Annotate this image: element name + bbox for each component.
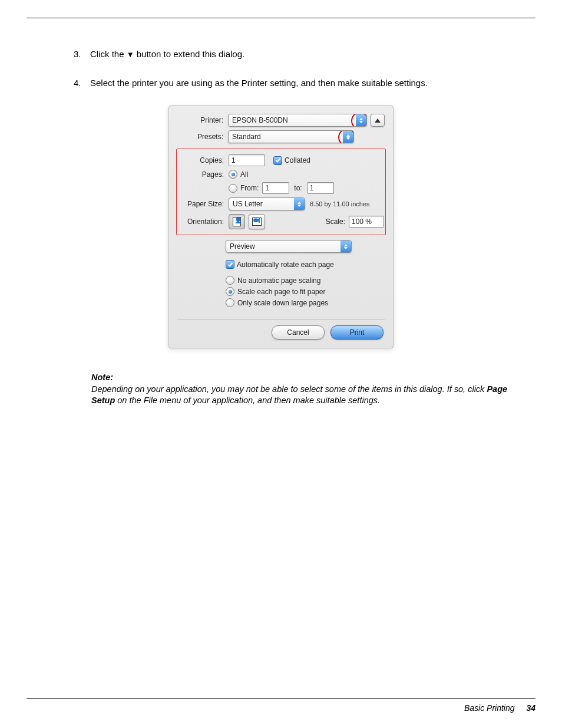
print-dialog: Printer: EPSON B-500DN Presets: Standard…	[168, 106, 394, 348]
scaling-down-label: Only scale down large pages	[237, 299, 328, 307]
step-number: 4.	[74, 77, 90, 89]
pages-all-label: All	[240, 170, 248, 179]
paper-dimensions: 8.50 by 11.00 inches	[310, 200, 370, 207]
pages-from-label: From:	[240, 184, 259, 192]
pages-to-input[interactable]: 1	[307, 182, 334, 194]
copies-label: Copies:	[178, 156, 229, 164]
autorotate-checkbox[interactable]	[226, 260, 234, 269]
chevron-updown-icon	[294, 198, 305, 210]
cancel-button[interactable]: Cancel	[272, 325, 325, 340]
pages-to-label: to:	[289, 184, 306, 192]
scaling-fit-radio[interactable]	[226, 287, 234, 296]
presets-label: Presets:	[177, 133, 228, 141]
scaling-down-radio[interactable]	[226, 298, 234, 307]
note-block: Note: Depending on your application, you…	[91, 372, 518, 407]
pages-range-radio[interactable]	[229, 184, 237, 193]
printer-label: Printer:	[177, 116, 228, 124]
footer-page-number: 34	[526, 703, 535, 713]
pages-all-radio[interactable]	[229, 170, 237, 179]
note-heading: Note:	[91, 372, 518, 384]
instruction-step-3: 3. Click the ▼ button to extend this dia…	[74, 48, 524, 60]
step-text: Select the printer you are using as the …	[90, 77, 428, 89]
collated-checkbox[interactable]	[273, 156, 282, 165]
orientation-landscape-button[interactable]: 👤	[249, 214, 265, 229]
paper-size-select[interactable]: US Letter	[229, 197, 305, 210]
footer-section: Basic Printing	[464, 703, 515, 713]
printer-select[interactable]: EPSON B-500DN	[228, 114, 367, 127]
orientation-portrait-button[interactable]: 👤	[229, 214, 245, 229]
scaling-fit-label: Scale each page to fit paper	[237, 288, 325, 296]
pages-from-input[interactable]: 1	[262, 182, 289, 194]
paper-size-label: Paper Size:	[178, 200, 229, 208]
landscape-icon: 👤	[252, 218, 262, 226]
print-button[interactable]: Print	[330, 325, 384, 340]
instruction-list: 3. Click the ▼ button to extend this dia…	[74, 48, 524, 89]
triangle-down-icon: ▼	[127, 50, 134, 60]
portrait-icon: 👤	[233, 217, 241, 226]
triangle-up-icon	[375, 118, 381, 123]
pages-label: Pages:	[178, 170, 229, 179]
autorotate-label: Automatically rotate each page	[237, 261, 334, 269]
scale-label: Scale:	[326, 218, 349, 226]
page-settings-highlight: Copies: 1 Collated Pages: All From: 1 to…	[176, 149, 386, 235]
scaling-none-label: No automatic page scaling	[237, 276, 320, 285]
presets-select[interactable]: Standard	[228, 130, 354, 143]
copies-input[interactable]: 1	[229, 154, 265, 166]
collated-label: Collated	[285, 156, 310, 164]
instruction-step-4: 4. Select the printer you are using as t…	[74, 77, 524, 89]
step-text: Click the ▼ button to extend this dialog…	[90, 48, 244, 60]
scale-input[interactable]: 100 %	[349, 216, 384, 228]
chevron-updown-icon	[340, 241, 351, 252]
chevron-updown-icon	[356, 114, 366, 126]
step-number: 3.	[74, 48, 90, 60]
scaling-none-radio[interactable]	[226, 276, 234, 285]
page-footer: Basic Printing 34	[27, 698, 535, 713]
section-select[interactable]: Preview	[226, 240, 352, 253]
note-body: Depending on your application, you may n…	[91, 384, 507, 406]
collapse-button[interactable]	[371, 114, 385, 127]
chevron-updown-icon	[343, 131, 353, 143]
orientation-label: Orientation:	[178, 218, 229, 226]
